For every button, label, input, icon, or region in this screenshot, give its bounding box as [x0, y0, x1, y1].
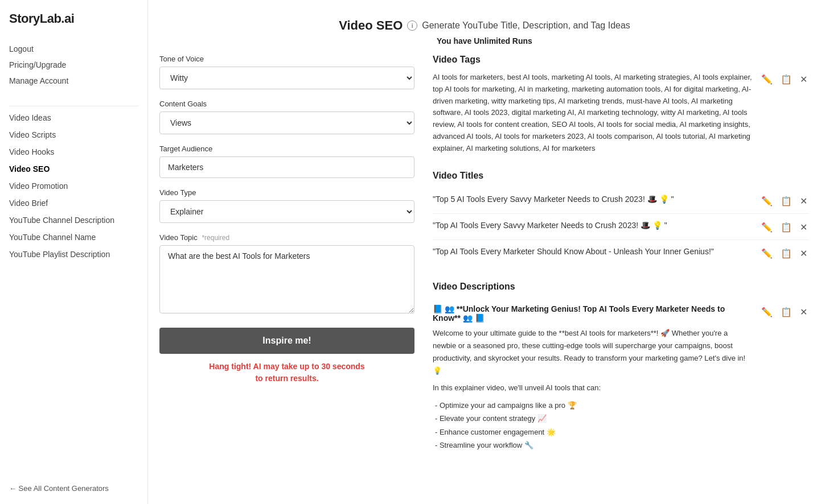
- target-audience-input[interactable]: [159, 156, 414, 178]
- title-item-2: "Top AI Tools Every Marketer Should Know…: [433, 240, 810, 266]
- video-type-select[interactable]: Explainer Tutorial Review Vlog Interview: [159, 200, 414, 223]
- title-text-1: "Top AI Tools Every Savvy Marketer Needs…: [433, 220, 752, 232]
- tags-text: AI tools for marketers, best AI tools, m…: [433, 72, 752, 155]
- tags-actions: ✏️ 📋 ✕: [759, 72, 810, 86]
- sidebar-nav-top: Logout Pricing/Upgrade Manage Account: [9, 42, 138, 88]
- titles-section-title: Video Titles: [433, 171, 810, 181]
- title-2-delete-btn[interactable]: ✕: [798, 247, 810, 260]
- video-topic-textarea[interactable]: What are the best AI Tools for Marketers: [159, 245, 414, 313]
- desc-section-title: Video Descriptions: [433, 282, 810, 292]
- sidebar-item-video-hooks[interactable]: Video Hooks: [9, 145, 138, 159]
- title-1-delete-btn[interactable]: ✕: [798, 221, 810, 234]
- tags-section-title: Video Tags: [433, 55, 810, 65]
- title-text-0: "Top 5 AI Tools Every Savvy Marketer Nee…: [433, 193, 752, 205]
- unlimited-badge: You have Unlimited Runs: [148, 36, 821, 46]
- tone-select[interactable]: Witty Professional Casual Humorous Forma…: [159, 67, 414, 89]
- form-panel: Tone of Voice Witty Professional Casual …: [159, 55, 433, 474]
- sidebar-item-video-scripts[interactable]: Video Scripts: [9, 128, 138, 142]
- tags-copy-btn[interactable]: 📋: [778, 73, 794, 86]
- see-all-generators-link[interactable]: ← See All Content Generators: [9, 484, 138, 493]
- target-audience-label: Target Audience: [159, 144, 414, 153]
- title-0-delete-btn[interactable]: ✕: [798, 195, 810, 208]
- info-icon[interactable]: i: [407, 20, 417, 31]
- content-area: Tone of Voice Witty Professional Casual …: [148, 55, 821, 497]
- title-item-1: "Top AI Tools Every Savvy Marketer Needs…: [433, 214, 810, 240]
- page-title: Video SEO i Generate YouTube Title, Desc…: [148, 18, 821, 33]
- desc-heading: 📘 👥 **Unlock Your Marketing Genius! Top …: [433, 304, 752, 323]
- content-goals-select[interactable]: Views Engagement Conversions Brand Aware…: [159, 111, 414, 134]
- desc-list-item-0: - Optimize your ad campaigns like a pro …: [435, 399, 752, 412]
- title-1-edit-btn[interactable]: ✏️: [759, 221, 775, 234]
- desc-list-item-3: - Streamline your workflow 🔧: [435, 439, 752, 452]
- subtitle-text: Generate YouTube Title, Description, and…: [422, 20, 630, 31]
- sidebar-item-video-ideas[interactable]: Video Ideas: [9, 111, 138, 125]
- video-topic-label: Video Topic *required: [159, 233, 414, 242]
- desc-list: - Optimize your ad campaigns like a pro …: [433, 399, 752, 452]
- title-1-actions: ✏️ 📋 ✕: [759, 220, 810, 234]
- sidebar-item-manage-account[interactable]: Manage Account: [9, 74, 138, 88]
- wait-message: Hang tight! AI may take up to 30 seconds…: [159, 361, 414, 385]
- video-type-label: Video Type: [159, 188, 414, 197]
- results-panel: Video Tags AI tools for marketers, best …: [433, 55, 810, 474]
- title-0-copy-btn[interactable]: 📋: [778, 195, 794, 208]
- desc-0-delete-btn[interactable]: ✕: [798, 305, 810, 319]
- tone-of-voice-group: Tone of Voice Witty Professional Casual …: [159, 55, 414, 89]
- sidebar-item-video-brief[interactable]: Video Brief: [9, 196, 138, 210]
- sidebar-bottom: ← See All Content Generators: [9, 470, 138, 493]
- video-descriptions-section: Video Descriptions 📘 👥 **Unlock Your Mar…: [433, 282, 810, 458]
- target-audience-group: Target Audience: [159, 144, 414, 178]
- sidebar-item-video-seo[interactable]: Video SEO: [9, 162, 138, 176]
- sidebar-item-logout[interactable]: Logout: [9, 42, 138, 56]
- desc-0-edit-btn[interactable]: ✏️: [759, 305, 775, 319]
- video-type-group: Video Type Explainer Tutorial Review Vlo…: [159, 188, 414, 223]
- content-goals-label: Content Goals: [159, 100, 414, 108]
- desc-list-item-1: - Elevate your content strategy 📈: [435, 412, 752, 425]
- title-2-actions: ✏️ 📋 ✕: [759, 246, 810, 260]
- sidebar-item-yt-channel-desc[interactable]: YouTube Channel Description: [9, 213, 138, 227]
- title-item-0: "Top 5 AI Tools Every Savvy Marketer Nee…: [433, 188, 810, 214]
- tags-delete-btn[interactable]: ✕: [798, 73, 810, 86]
- description-content: 📘 👥 **Unlock Your Marketing Genius! Top …: [433, 304, 752, 452]
- title-text-2: "Top AI Tools Every Marketer Should Know…: [433, 246, 752, 258]
- desc-body: Welcome to your ultimate guide to the **…: [433, 327, 752, 377]
- video-topic-group: Video Topic *required What are the best …: [159, 233, 414, 315]
- main-content: Video SEO i Generate YouTube Title, Desc…: [148, 0, 821, 504]
- title-1-copy-btn[interactable]: 📋: [778, 221, 794, 234]
- sidebar-nav-main: Video Ideas Video Scripts Video Hooks Vi…: [9, 111, 138, 261]
- desc-intro: In this explainer video, we'll unveil AI…: [433, 382, 752, 394]
- content-goals-group: Content Goals Views Engagement Conversio…: [159, 100, 414, 134]
- inspire-button[interactable]: Inspire me!: [159, 328, 414, 354]
- sidebar-divider: [9, 106, 138, 106]
- tone-label: Tone of Voice: [159, 55, 414, 63]
- tags-wrapper: AI tools for marketers, best AI tools, m…: [433, 72, 810, 155]
- header: Video SEO i Generate YouTube Title, Desc…: [148, 0, 821, 55]
- tags-edit-btn[interactable]: ✏️: [759, 73, 775, 86]
- sidebar: StoryLab.ai Logout Pricing/Upgrade Manag…: [0, 0, 148, 504]
- sidebar-item-yt-channel-name[interactable]: YouTube Channel Name: [9, 230, 138, 244]
- desc-list-item-2: - Enhance customer engagement 🌟: [435, 425, 752, 439]
- logo: StoryLab.ai: [9, 11, 138, 26]
- sidebar-item-yt-playlist-desc[interactable]: YouTube Playlist Description: [9, 247, 138, 261]
- title-2-edit-btn[interactable]: ✏️: [759, 247, 775, 260]
- title-2-copy-btn[interactable]: 📋: [778, 247, 794, 260]
- sidebar-item-video-promotion[interactable]: Video Promotion: [9, 179, 138, 193]
- title-0-edit-btn[interactable]: ✏️: [759, 195, 775, 208]
- title-text: Video SEO: [339, 18, 403, 33]
- desc-0-actions: ✏️ 📋 ✕: [759, 304, 810, 319]
- description-item-0: 📘 👥 **Unlock Your Marketing Genius! Top …: [433, 299, 810, 458]
- sidebar-item-pricing[interactable]: Pricing/Upgrade: [9, 58, 138, 72]
- desc-0-copy-btn[interactable]: 📋: [778, 305, 794, 319]
- video-tags-section: Video Tags AI tools for marketers, best …: [433, 55, 810, 155]
- video-titles-section: Video Titles "Top 5 AI Tools Every Savvy…: [433, 171, 810, 266]
- title-0-actions: ✏️ 📋 ✕: [759, 193, 810, 208]
